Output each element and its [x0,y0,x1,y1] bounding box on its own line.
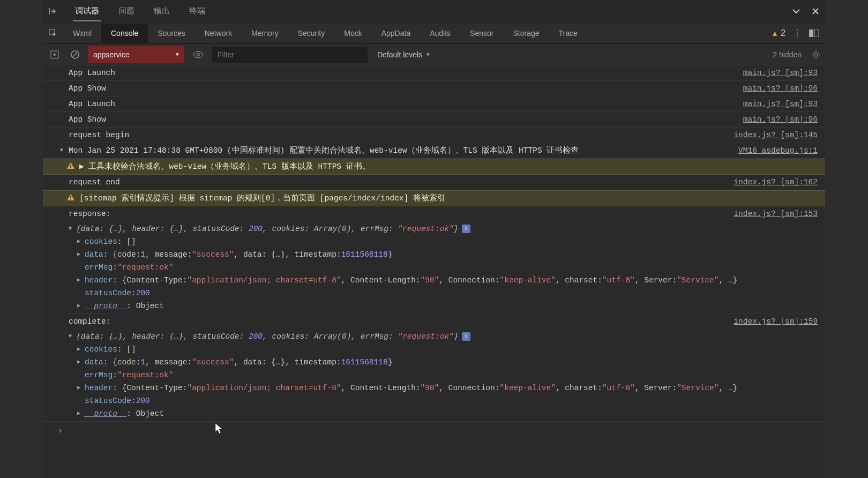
console-log-area: App Launch main.js? [sm]:93 App Show mai… [43,65,825,478]
log-source-link[interactable]: index.js? [sm]:153 [734,207,818,220]
log-message: Mon Jan 25 2021 17:48:38 GMT+0800 (中国标准时… [69,144,732,157]
expand-triangle-icon[interactable]: ▶ [77,235,85,248]
expand-triangle-icon[interactable]: ▶ [77,407,85,420]
expand-triangle-icon[interactable]: ▶ [77,248,85,261]
hidden-count: 2 hidden [773,50,806,59]
log-message: App Show [69,113,737,126]
log-message: App Launch [69,66,737,79]
panel-collapse-icon[interactable] [47,6,58,17]
tab-mock[interactable]: Mock [334,24,371,43]
tab-appdata[interactable]: AppData [372,24,420,43]
svg-rect-1 [809,29,813,37]
log-source-link[interactable]: main.js? [sm]:93 [743,66,818,79]
log-row-warning[interactable]: [sitemap 索引情况提示] 根据 sitemap 的规则[0]，当前页面 … [43,190,825,206]
expand-triangle-icon[interactable]: ▶ [77,343,85,356]
tab-trace[interactable]: Trace [549,24,587,43]
log-row[interactable]: App Launch main.js? [sm]:93 [43,96,825,112]
log-row[interactable]: request begin index.js? [sm]:145 [43,128,825,143]
svg-rect-7 [70,165,71,167]
context-select[interactable]: appservice [88,46,184,63]
tab-security[interactable]: Security [288,24,335,43]
log-row[interactable]: request end index.js? [sm]:162 [43,175,825,190]
log-message: complete: [69,315,727,328]
prompt-chevron-icon: › [58,424,63,437]
filter-input[interactable] [212,47,368,63]
expand-triangle-icon[interactable]: ▶ [77,382,85,394]
log-source-link[interactable]: index.js? [sm]:162 [734,176,818,189]
expand-triangle-icon[interactable]: ▶ [77,274,85,287]
svg-rect-2 [814,29,819,37]
tab-console[interactable]: Console [101,24,148,43]
warning-count-badge[interactable]: ▲ 2 [771,28,785,38]
tab-network[interactable]: Network [195,24,242,43]
log-source-link[interactable]: main.js? [sm]:93 [743,98,818,110]
expand-triangle-icon[interactable]: ▶ [77,356,85,369]
svg-rect-8 [70,167,71,168]
dock-icon[interactable] [809,29,819,37]
log-source-link[interactable]: index.js? [sm]:159 [734,315,818,328]
close-icon[interactable] [810,6,821,17]
more-menu-icon[interactable]: ⋮ [793,28,802,38]
console-toolbar: appservice Default levels 2 hidden [43,44,825,65]
svg-rect-9 [70,196,71,198]
tab-debugger[interactable]: 调试器 [66,2,108,20]
info-badge-icon[interactable]: i [462,332,470,341]
tab-output[interactable]: 输出 [145,2,178,20]
log-message: response: [69,207,727,220]
console-prompt[interactable]: › [43,422,825,439]
devtools-tabs: Wxml Console Sources Network Memory Secu… [43,23,825,44]
svg-rect-10 [70,199,71,200]
inspect-element-icon[interactable] [43,23,63,44]
warning-triangle-icon: ▲ [771,29,779,38]
svg-point-6 [814,53,818,56]
tab-sources[interactable]: Sources [148,24,194,43]
tab-problems[interactable]: 问题 [110,2,143,20]
tab-wxml[interactable]: Wxml [63,24,101,43]
top-bar: 调试器 问题 输出 终端 [43,0,825,23]
warning-count: 2 [781,28,785,38]
log-row-warning[interactable]: ▶ 工具未校验合法域名、web-view（业务域名）、TLS 版本以及 HTTP… [43,159,825,175]
log-row[interactable]: App Launch main.js? [sm]:93 [43,65,825,81]
log-source-link[interactable]: main.js? [sm]:96 [743,82,818,95]
tab-memory[interactable]: Memory [242,24,288,43]
expand-triangle-icon[interactable]: ▼ [69,222,76,235]
log-message: App Show [69,82,737,95]
expand-triangle-icon[interactable]: ▼ [69,330,76,343]
expand-triangle-icon[interactable]: ▶ [77,300,85,312]
info-badge-icon[interactable]: i [462,225,470,233]
warning-triangle-icon [66,161,75,170]
object-expansion[interactable]: ▼ {data: {…}, header: {…}, statusCode: 2… [43,221,825,314]
chevron-down-icon[interactable] [791,6,802,17]
log-row[interactable]: App Show main.js? [sm]:96 [43,112,825,128]
log-source-link[interactable]: main.js? [sm]:96 [743,113,818,126]
log-message: ▶ 工具未校验合法域名、web-view（业务域名）、TLS 版本以及 HTTP… [79,160,818,173]
object-expansion[interactable]: ▼ {data: {…}, header: {…}, statusCode: 2… [43,329,825,422]
log-row[interactable]: response: index.js? [sm]:153 [43,206,825,221]
tab-storage[interactable]: Storage [503,24,549,43]
log-row[interactable]: complete: index.js? [sm]:159 [43,314,825,329]
log-message: App Launch [69,98,737,110]
log-message: request end [69,176,727,189]
tab-sensor[interactable]: Sensor [460,24,503,43]
play-button[interactable] [47,47,62,62]
warning-triangle-icon [66,193,75,201]
svg-point-5 [197,53,200,56]
log-message: [sitemap 索引情况提示] 根据 sitemap 的规则[0]，当前页面 … [79,192,818,205]
gear-icon[interactable] [811,50,821,59]
tab-terminal[interactable]: 终端 [181,2,214,20]
log-level-select[interactable]: Default levels [373,50,435,59]
log-message: request begin [69,129,727,141]
log-row[interactable]: App Show main.js? [sm]:96 [43,81,825,96]
log-source-link[interactable]: index.js? [sm]:145 [734,129,818,141]
eye-icon[interactable] [190,51,207,58]
log-source-link[interactable]: VM16 asdebug.js:1 [738,144,818,157]
tab-audits[interactable]: Audits [420,24,460,43]
log-row-verbose[interactable]: Mon Jan 25 2021 17:48:38 GMT+0800 (中国标准时… [43,143,825,159]
clear-console-button[interactable] [68,47,83,62]
